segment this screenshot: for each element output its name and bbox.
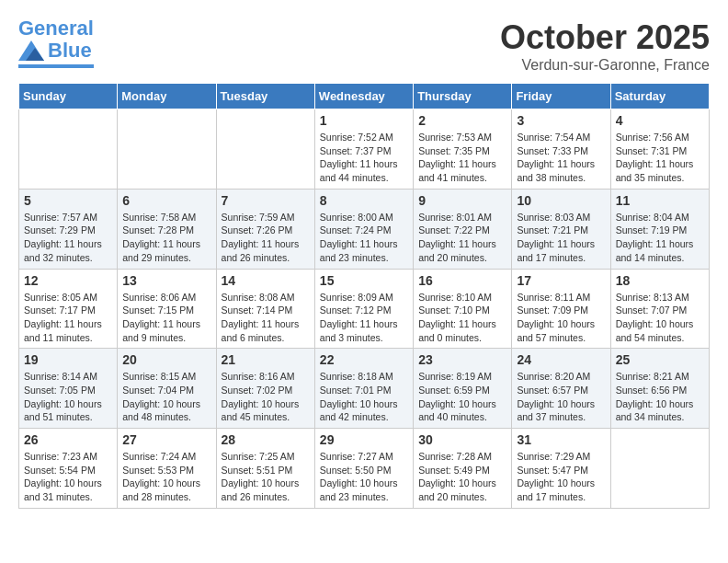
calendar-cell: 17Sunrise: 8:11 AM Sunset: 7:09 PM Dayli… <box>512 269 610 349</box>
day-number: 30 <box>418 432 506 447</box>
day-number: 9 <box>418 193 506 208</box>
calendar-cell: 5Sunrise: 7:57 AM Sunset: 7:29 PM Daylig… <box>19 189 118 269</box>
day-number: 7 <box>222 193 310 208</box>
calendar-cell: 1Sunrise: 7:52 AM Sunset: 7:37 PM Daylig… <box>314 109 413 190</box>
weekday-header-monday: Monday <box>118 84 216 109</box>
day-number: 8 <box>320 193 408 208</box>
calendar-week-4: 19Sunrise: 8:14 AM Sunset: 7:05 PM Dayli… <box>19 349 710 429</box>
day-number: 12 <box>24 273 112 288</box>
day-number: 31 <box>517 432 605 447</box>
day-number: 20 <box>122 352 210 367</box>
day-info: Sunrise: 7:53 AM Sunset: 7:35 PM Dayligh… <box>418 131 506 185</box>
calendar-cell: 25Sunrise: 8:21 AM Sunset: 6:56 PM Dayli… <box>610 349 709 429</box>
day-number: 16 <box>418 273 506 288</box>
calendar-cell: 24Sunrise: 8:20 AM Sunset: 6:57 PM Dayli… <box>512 349 610 429</box>
day-number: 28 <box>222 432 310 447</box>
calendar-cell <box>19 109 118 190</box>
calendar-cell: 23Sunrise: 8:19 AM Sunset: 6:59 PM Dayli… <box>414 349 512 429</box>
weekday-header-tuesday: Tuesday <box>216 84 314 109</box>
weekday-header-thursday: Thursday <box>414 84 512 109</box>
calendar-cell: 10Sunrise: 8:03 AM Sunset: 7:21 PM Dayli… <box>512 189 610 269</box>
calendar-cell: 28Sunrise: 7:25 AM Sunset: 5:51 PM Dayli… <box>216 429 314 509</box>
logo-blue: Blue <box>48 39 92 63</box>
day-info: Sunrise: 7:58 AM Sunset: 7:28 PM Dayligh… <box>122 211 210 265</box>
day-info: Sunrise: 8:20 AM Sunset: 6:57 PM Dayligh… <box>517 370 605 424</box>
day-number: 24 <box>517 352 605 367</box>
calendar-cell: 26Sunrise: 7:23 AM Sunset: 5:54 PM Dayli… <box>19 429 118 509</box>
calendar-cell <box>216 109 314 190</box>
calendar-cell: 16Sunrise: 8:10 AM Sunset: 7:10 PM Dayli… <box>414 269 512 349</box>
calendar-cell: 21Sunrise: 8:16 AM Sunset: 7:02 PM Dayli… <box>216 349 314 429</box>
calendar-cell: 9Sunrise: 8:01 AM Sunset: 7:22 PM Daylig… <box>414 189 512 269</box>
calendar-cell: 11Sunrise: 8:04 AM Sunset: 7:19 PM Dayli… <box>610 189 709 269</box>
logo-bar <box>18 64 94 68</box>
day-info: Sunrise: 8:14 AM Sunset: 7:05 PM Dayligh… <box>24 370 112 424</box>
day-info: Sunrise: 8:16 AM Sunset: 7:02 PM Dayligh… <box>222 370 310 424</box>
day-number: 13 <box>122 273 210 288</box>
day-info: Sunrise: 7:28 AM Sunset: 5:49 PM Dayligh… <box>418 450 506 504</box>
calendar: SundayMondayTuesdayWednesdayThursdayFrid… <box>18 83 710 509</box>
logo: General Blue <box>18 18 94 68</box>
calendar-week-1: 1Sunrise: 7:52 AM Sunset: 7:37 PM Daylig… <box>19 109 710 190</box>
calendar-cell: 27Sunrise: 7:24 AM Sunset: 5:53 PM Dayli… <box>118 429 216 509</box>
day-number: 17 <box>517 273 605 288</box>
calendar-cell: 2Sunrise: 7:53 AM Sunset: 7:35 PM Daylig… <box>414 109 512 190</box>
day-info: Sunrise: 7:23 AM Sunset: 5:54 PM Dayligh… <box>24 450 112 504</box>
day-number: 11 <box>616 193 704 208</box>
day-info: Sunrise: 7:59 AM Sunset: 7:26 PM Dayligh… <box>222 211 310 265</box>
day-number: 4 <box>616 113 704 128</box>
calendar-cell: 22Sunrise: 8:18 AM Sunset: 7:01 PM Dayli… <box>314 349 413 429</box>
day-number: 21 <box>222 352 310 367</box>
day-number: 15 <box>320 273 408 288</box>
day-number: 25 <box>616 352 704 367</box>
day-info: Sunrise: 8:19 AM Sunset: 6:59 PM Dayligh… <box>418 370 506 424</box>
weekday-header-sunday: Sunday <box>19 84 118 109</box>
calendar-week-3: 12Sunrise: 8:05 AM Sunset: 7:17 PM Dayli… <box>19 269 710 349</box>
calendar-cell: 12Sunrise: 8:05 AM Sunset: 7:17 PM Dayli… <box>19 269 118 349</box>
day-info: Sunrise: 8:10 AM Sunset: 7:10 PM Dayligh… <box>418 291 506 345</box>
calendar-cell: 29Sunrise: 7:27 AM Sunset: 5:50 PM Dayli… <box>314 429 413 509</box>
day-number: 10 <box>517 193 605 208</box>
day-info: Sunrise: 8:08 AM Sunset: 7:14 PM Dayligh… <box>222 291 310 345</box>
day-info: Sunrise: 7:54 AM Sunset: 7:33 PM Dayligh… <box>517 131 605 185</box>
weekday-header-saturday: Saturday <box>610 84 709 109</box>
day-number: 26 <box>24 432 112 447</box>
calendar-week-5: 26Sunrise: 7:23 AM Sunset: 5:54 PM Dayli… <box>19 429 710 509</box>
day-info: Sunrise: 7:29 AM Sunset: 5:47 PM Dayligh… <box>517 450 605 504</box>
calendar-cell: 7Sunrise: 7:59 AM Sunset: 7:26 PM Daylig… <box>216 189 314 269</box>
location: Verdun-sur-Garonne, France <box>500 57 710 74</box>
calendar-cell: 20Sunrise: 8:15 AM Sunset: 7:04 PM Dayli… <box>118 349 216 429</box>
day-number: 19 <box>24 352 112 367</box>
day-info: Sunrise: 7:27 AM Sunset: 5:50 PM Dayligh… <box>320 450 408 504</box>
day-info: Sunrise: 8:00 AM Sunset: 7:24 PM Dayligh… <box>320 211 408 265</box>
day-info: Sunrise: 8:13 AM Sunset: 7:07 PM Dayligh… <box>616 291 704 345</box>
day-number: 23 <box>418 352 506 367</box>
calendar-cell: 3Sunrise: 7:54 AM Sunset: 7:33 PM Daylig… <box>512 109 610 190</box>
month-title: October 2025 <box>500 18 710 57</box>
day-number: 3 <box>517 113 605 128</box>
day-number: 27 <box>122 432 210 447</box>
calendar-cell: 19Sunrise: 8:14 AM Sunset: 7:05 PM Dayli… <box>19 349 118 429</box>
day-number: 6 <box>122 193 210 208</box>
page-header: General Blue October 2025 Verdun-sur-Gar… <box>18 18 710 74</box>
day-info: Sunrise: 7:52 AM Sunset: 7:37 PM Dayligh… <box>320 131 408 185</box>
day-number: 22 <box>320 352 408 367</box>
day-info: Sunrise: 8:05 AM Sunset: 7:17 PM Dayligh… <box>24 291 112 345</box>
day-number: 5 <box>24 193 112 208</box>
day-info: Sunrise: 8:03 AM Sunset: 7:21 PM Dayligh… <box>517 211 605 265</box>
logo-general: General <box>18 17 94 40</box>
calendar-cell: 30Sunrise: 7:28 AM Sunset: 5:49 PM Dayli… <box>414 429 512 509</box>
day-number: 2 <box>418 113 506 128</box>
day-info: Sunrise: 7:25 AM Sunset: 5:51 PM Dayligh… <box>222 450 310 504</box>
day-info: Sunrise: 7:24 AM Sunset: 5:53 PM Dayligh… <box>122 450 210 504</box>
logo-icon <box>18 40 44 61</box>
day-info: Sunrise: 8:11 AM Sunset: 7:09 PM Dayligh… <box>517 291 605 345</box>
day-info: Sunrise: 8:04 AM Sunset: 7:19 PM Dayligh… <box>616 211 704 265</box>
day-info: Sunrise: 7:57 AM Sunset: 7:29 PM Dayligh… <box>24 211 112 265</box>
day-number: 14 <box>222 273 310 288</box>
calendar-cell: 13Sunrise: 8:06 AM Sunset: 7:15 PM Dayli… <box>118 269 216 349</box>
calendar-header-row: SundayMondayTuesdayWednesdayThursdayFrid… <box>19 84 710 109</box>
calendar-week-2: 5Sunrise: 7:57 AM Sunset: 7:29 PM Daylig… <box>19 189 710 269</box>
weekday-header-wednesday: Wednesday <box>314 84 413 109</box>
calendar-cell: 8Sunrise: 8:00 AM Sunset: 7:24 PM Daylig… <box>314 189 413 269</box>
